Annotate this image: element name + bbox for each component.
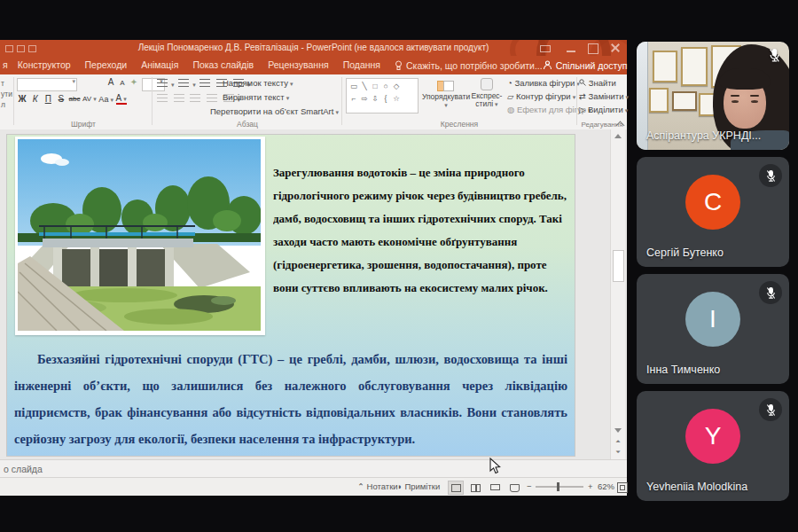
participant-tile[interactable]: С Сергій Бутенко <box>637 157 789 267</box>
shape-rect-icon[interactable]: ▭ <box>348 81 359 91</box>
meeting-screen: Лекція Пономаренко Д.В. Ревіталізація - … <box>0 0 798 532</box>
shape-square-icon[interactable]: □ <box>370 81 380 91</box>
shape-arrow-right-icon[interactable]: ⇨ <box>359 93 370 104</box>
shape-brace-icon[interactable]: { <box>380 93 391 104</box>
title-bar: Лекція Пономаренко Д.В. Ревіталізація - … <box>0 40 627 56</box>
drawing-group-label: Креслення <box>344 120 575 129</box>
drawing-group: ▭╲□○◇ ⌐⇨⇩{☆ Упорядкувати Експрес- стилі <box>344 74 575 129</box>
zoom-level[interactable]: 62% <box>598 478 614 496</box>
fit-slide-to-window-button[interactable] <box>617 482 628 493</box>
dam-photo[interactable] <box>15 137 265 335</box>
italic-button[interactable]: К <box>30 94 41 104</box>
ribbon-display-options-icon[interactable] <box>540 45 551 52</box>
participant-name: Сергій Бутенко <box>646 246 724 259</box>
notes-toggle-button[interactable]: ⌃ Нотатки <box>357 478 398 496</box>
font-name-combo[interactable] <box>17 78 77 91</box>
tab-view[interactable]: Подання <box>336 56 387 74</box>
slide-sorter-view-button[interactable] <box>467 481 483 495</box>
shape-diamond-icon[interactable]: ◇ <box>391 81 402 91</box>
tell-me-label: Скажіть, що потрібно зробити... <box>406 60 543 71</box>
slide-edit-area: Зарегулювання водотоків – це зміна приро… <box>0 129 627 459</box>
strikethrough-button[interactable]: S <box>56 94 66 104</box>
align-text-button[interactable]: Вирівняти текст <box>223 92 289 102</box>
maximize-button[interactable] <box>588 43 598 54</box>
change-case-button[interactable]: Аа <box>98 95 113 104</box>
find-button[interactable]: Знайти <box>579 78 616 88</box>
subscript-button[interactable]: abc <box>69 95 81 103</box>
tell-me-box[interactable]: Скажіть, що потрібно зробити... <box>395 60 543 71</box>
notes-pane[interactable]: о слайда <box>0 459 627 477</box>
text-direction-button[interactable]: Напрямок тексту <box>223 78 293 88</box>
tab-design[interactable]: Конструктор <box>11 56 78 74</box>
align-left-icon[interactable] <box>157 94 168 102</box>
tab-animations[interactable]: Анімація <box>134 56 185 74</box>
clipboard-fragment: л <box>1 99 12 110</box>
align-right-icon[interactable] <box>190 94 200 102</box>
scroll-up-icon[interactable] <box>614 134 622 138</box>
justify-icon[interactable] <box>207 94 217 102</box>
participant-tile[interactable]: Y Yevheniia Molodkina <box>637 391 789 501</box>
underline-button[interactable]: П <box>43 94 53 104</box>
zoom-in-button[interactable]: + <box>588 478 593 496</box>
select-button[interactable]: ▷ Виділити <box>579 105 628 114</box>
scrollbar-thumb[interactable] <box>613 250 624 282</box>
zoom-out-button[interactable]: − <box>527 478 532 496</box>
tab-transitions[interactable]: Переходи <box>78 56 135 74</box>
replace-button[interactable]: ⇄ Замінити <box>579 91 629 101</box>
shrink-font-button[interactable]: А <box>117 79 128 87</box>
slideshow-view-button[interactable] <box>506 481 522 495</box>
reading-view-button[interactable] <box>487 481 503 495</box>
clipboard-fragment: т <box>1 78 12 89</box>
slide-canvas[interactable]: Зарегулювання водотоків – це зміна приро… <box>7 135 575 456</box>
smartart-convert-button[interactable]: Перетворити на об’єкт SmartArt <box>210 106 339 116</box>
tab-slideshow[interactable]: Показ слайдів <box>185 56 261 74</box>
shape-star-icon[interactable]: ☆ <box>391 93 402 104</box>
arrange-button[interactable]: Упорядкувати <box>422 78 468 109</box>
zoom-slider-track[interactable] <box>536 486 583 488</box>
shape-corner-icon[interactable]: ⌐ <box>348 93 359 104</box>
shape-outline-button[interactable]: ▱ Контур фігури <box>507 91 575 101</box>
font-buttons-row: Ж К П S abc AV Аа А <box>17 93 127 105</box>
shape-arrow-down-icon[interactable]: ⇩ <box>370 93 380 104</box>
font-color-button[interactable]: А <box>116 93 127 105</box>
powerpoint-window: Лекція Пономаренко Д.В. Ревіталізація - … <box>0 40 627 495</box>
comments-toggle-button[interactable]: ◗ Примітки <box>397 478 440 496</box>
align-center-icon[interactable] <box>174 94 184 102</box>
vertical-scrollbar[interactable]: ⏶ ⏷ <box>610 129 625 459</box>
slide-text-block-1[interactable]: Зарегулювання водотоків – це зміна приро… <box>273 161 575 339</box>
shape-oval-icon[interactable]: ○ <box>380 81 391 91</box>
wall-frame <box>681 47 708 86</box>
normal-view-button[interactable] <box>448 481 464 495</box>
share-button[interactable]: Спільний доступ <box>543 60 628 71</box>
quick-styles-button[interactable]: Експрес- стилі <box>470 78 504 108</box>
scroll-down-icon[interactable] <box>614 428 622 433</box>
shapes-gallery[interactable]: ▭╲□○◇ ⌐⇨⇩{☆ <box>346 78 419 113</box>
slide-text-block-2[interactable]: Безхазяйні гідротехнічні споруди (ГТС) –… <box>14 346 567 454</box>
previous-slide-button[interactable]: ⏶ <box>614 438 622 445</box>
clear-format-button[interactable]: ✦ <box>129 77 139 87</box>
participant-tile[interactable]: І Інна Тимченко <box>637 274 789 384</box>
wall-frame <box>653 51 677 82</box>
close-button[interactable] <box>611 43 620 52</box>
character-spacing-button[interactable]: AV <box>82 95 97 103</box>
tab-cut-fragment[interactable]: я <box>0 56 11 74</box>
mic-muted-icon <box>765 286 777 300</box>
bold-button[interactable]: Ж <box>17 94 27 104</box>
collapse-ribbon-icon[interactable] <box>616 120 623 127</box>
grow-font-button[interactable]: А <box>106 77 116 87</box>
tab-review[interactable]: Рецензування <box>261 56 335 74</box>
shape-fill-button[interactable]: ◔ Заливка фігури <box>507 78 580 88</box>
minimize-button[interactable] <box>567 43 575 52</box>
shape-line-icon[interactable]: ╲ <box>359 81 370 91</box>
participant-name: Yevheniia Molodkina <box>646 481 747 493</box>
mic-muted-badge <box>759 398 782 421</box>
mic-muted-badge <box>759 281 782 304</box>
numbering-icon[interactable] <box>178 79 189 87</box>
next-slide-button[interactable]: ⏷ <box>614 449 622 456</box>
font-group: А А ✦ Ж К П S abc AV Аа А Шрифт <box>17 74 150 129</box>
decrease-indent-icon[interactable] <box>200 79 210 87</box>
participant-name: Аспірантура УКРНДІ... <box>646 129 761 142</box>
zoom-slider-thumb[interactable] <box>557 482 559 491</box>
participant-tile-video[interactable]: Аспірантура УКРНДІ... <box>637 42 789 150</box>
bullets-icon[interactable] <box>157 79 168 87</box>
